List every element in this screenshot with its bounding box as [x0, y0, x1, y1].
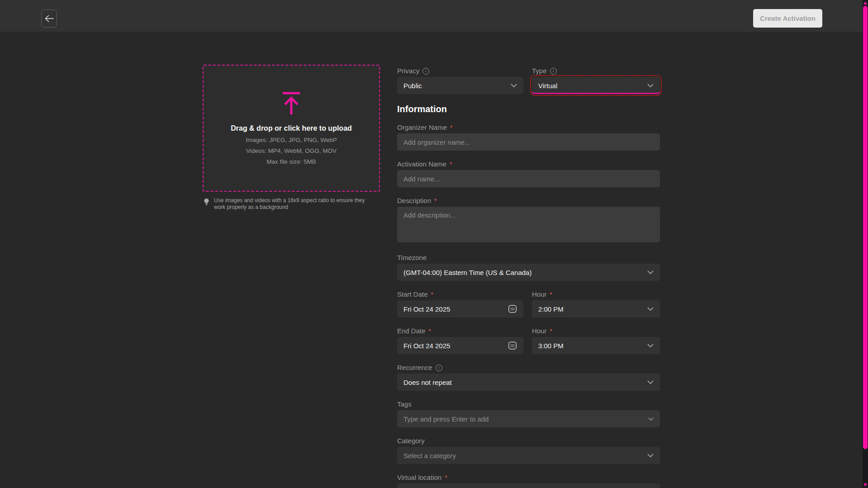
start-date-label: Start Date *: [397, 290, 523, 299]
description-label: Description *: [397, 196, 660, 205]
upload-images-formats: Images: JPEG, JPG, PNG, WebP: [246, 137, 337, 143]
activation-form: Privacy i Public Type i Virtual: [397, 66, 660, 488]
start-date-group: Start Date * Fri Oct 24 2025: [397, 290, 523, 317]
back-arrow-icon: [45, 15, 54, 22]
start-date-label-text: Start Date: [397, 290, 428, 299]
required-asterisk: *: [550, 290, 552, 299]
tags-input[interactable]: Type and press Enter to add: [397, 410, 660, 427]
virtual-location-group: Virtual location * Add a location: [397, 473, 660, 488]
type-value: Virtual: [538, 82, 644, 90]
calendar-icon: [508, 304, 517, 313]
chevron-down-icon: [647, 454, 654, 457]
create-activation-page: Create Activation Drag & drop or click h…: [0, 0, 868, 488]
upload-max-size: Max file size: 5MB: [266, 158, 316, 165]
end-hour-group: Hour * 3:00 PM: [532, 327, 660, 354]
info-icon[interactable]: i: [422, 68, 429, 75]
create-activation-button[interactable]: Create Activation: [753, 9, 822, 28]
activation-name-group: Activation Name *: [397, 160, 660, 187]
organizer-name-label-text: Organizer Name: [397, 123, 447, 132]
end-hour-value: 3:00 PM: [538, 342, 644, 350]
timezone-value: (GMT-04:00) Eastern Time (US & Canada): [403, 269, 644, 276]
end-hour-label: Hour *: [532, 327, 660, 336]
top-bar: Create Activation: [0, 0, 868, 32]
calendar-icon: [508, 341, 517, 350]
upload-title: Drag & drop or click here to upload: [231, 124, 352, 133]
start-hour-select[interactable]: 2:00 PM: [532, 300, 660, 317]
start-date-picker[interactable]: Fri Oct 24 2025: [397, 300, 523, 317]
start-hour-label: Hour *: [532, 290, 660, 299]
upload-tip-text: Use images and videos with a 16x9 aspect…: [214, 197, 373, 211]
required-asterisk: *: [450, 160, 452, 169]
privacy-label-text: Privacy: [397, 66, 419, 76]
description-label-text: Description: [397, 196, 431, 205]
back-button[interactable]: [41, 9, 57, 28]
media-upload-dropzone[interactable]: Drag & drop or click here to upload Imag…: [203, 65, 380, 192]
activation-name-label-text: Activation Name: [397, 160, 446, 169]
scrollbar-down-arrow-icon[interactable]: [863, 483, 867, 487]
chevron-down-icon: [647, 380, 654, 384]
timezone-group: Timezone (GMT-04:00) Eastern Time (US & …: [397, 253, 660, 281]
timezone-label-text: Timezone: [397, 253, 427, 262]
chevron-down-icon: [511, 84, 517, 87]
end-hour-select[interactable]: 3:00 PM: [532, 337, 660, 354]
scrollbar-thumb[interactable]: [863, 6, 868, 449]
start-hour-value: 2:00 PM: [538, 305, 644, 313]
timezone-select[interactable]: (GMT-04:00) Eastern Time (US & Canada): [397, 264, 660, 281]
privacy-group: Privacy i Public: [397, 66, 523, 94]
privacy-value: Public: [403, 82, 507, 90]
activation-name-input[interactable]: [397, 170, 660, 187]
required-asterisk: *: [434, 196, 436, 205]
description-group: Description *: [397, 196, 660, 244]
type-label: Type i: [532, 66, 660, 76]
chevron-down-icon: [647, 307, 654, 311]
type-group: Type i Virtual: [532, 66, 660, 94]
vertical-scrollbar[interactable]: [863, 0, 868, 488]
activation-name-label: Activation Name *: [397, 160, 660, 169]
virtual-location-select[interactable]: Add a location: [397, 483, 660, 488]
organizer-name-input[interactable]: [397, 133, 660, 151]
tags-placeholder: Type and press Enter to add: [403, 415, 645, 423]
privacy-label: Privacy i: [397, 66, 523, 76]
chevron-down-icon: [648, 417, 654, 421]
category-group: Category Select a category: [397, 436, 660, 464]
information-section-title: Information: [397, 103, 660, 115]
recurrence-group: Recurrence i Does not repeat: [397, 363, 660, 391]
tags-label-text: Tags: [397, 400, 412, 409]
upload-arrow-icon: [281, 92, 302, 117]
info-icon[interactable]: i: [550, 68, 557, 75]
category-select[interactable]: Select a category: [397, 447, 660, 464]
recurrence-select[interactable]: Does not repeat: [397, 374, 660, 391]
end-date-label: End Date *: [397, 327, 523, 336]
end-date-group: End Date * Fri Oct 24 2025: [397, 327, 523, 354]
end-hour-label-text: Hour: [532, 327, 547, 336]
required-asterisk: *: [550, 327, 552, 336]
recurrence-value: Does not repeat: [403, 379, 644, 386]
virtual-location-label-text: Virtual location: [397, 473, 441, 482]
scrollbar-up-arrow-icon[interactable]: [863, 1, 867, 5]
chevron-down-icon: [647, 84, 654, 87]
type-select[interactable]: Virtual: [532, 77, 660, 94]
chevron-down-icon: [647, 344, 654, 347]
end-date-label-text: End Date: [397, 327, 426, 336]
privacy-select[interactable]: Public: [397, 77, 523, 94]
required-asterisk: *: [450, 123, 452, 132]
description-textarea[interactable]: [397, 207, 660, 242]
category-label-text: Category: [397, 436, 425, 445]
organizer-name-label: Organizer Name *: [397, 123, 660, 132]
end-date-picker[interactable]: Fri Oct 24 2025: [397, 337, 523, 354]
start-hour-label-text: Hour: [532, 290, 547, 299]
start-hour-group: Hour * 2:00 PM: [532, 290, 660, 317]
virtual-location-label: Virtual location *: [397, 473, 660, 482]
info-icon[interactable]: i: [436, 365, 442, 371]
start-date-value: Fri Oct 24 2025: [403, 305, 504, 313]
required-asterisk: *: [429, 327, 431, 336]
tags-group: Tags Type and press Enter to add: [397, 400, 660, 427]
organizer-name-group: Organizer Name *: [397, 123, 660, 151]
required-asterisk: *: [445, 473, 447, 482]
tags-label: Tags: [397, 400, 660, 409]
required-asterisk: *: [431, 290, 433, 299]
recurrence-label-text: Recurrence: [397, 363, 432, 372]
category-label: Category: [397, 436, 660, 445]
lightbulb-icon: [204, 198, 209, 206]
type-label-text: Type: [532, 66, 547, 76]
